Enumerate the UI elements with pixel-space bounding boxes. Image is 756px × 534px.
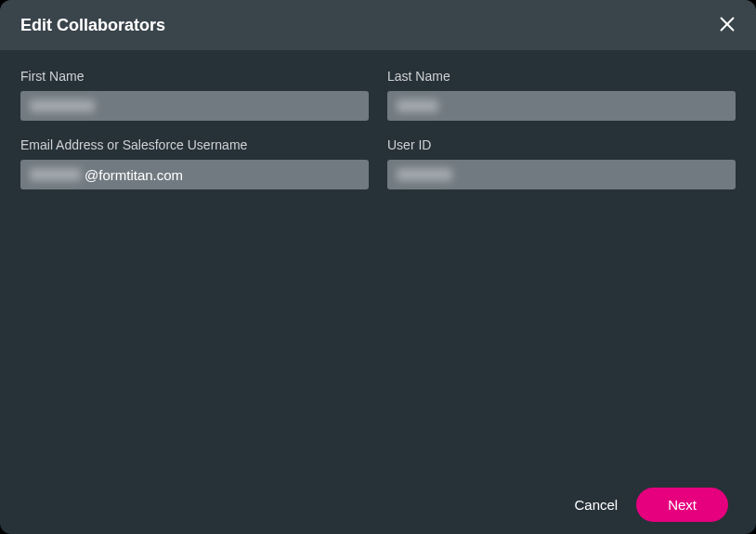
email-domain-suffix: @formtitan.com [85, 167, 183, 183]
user-id-group: User ID [387, 137, 736, 189]
modal-title: Edit Collaborators [20, 16, 165, 35]
modal-header: Edit Collaborators [0, 0, 756, 50]
form-row-2: Email Address or Salesforce Username @fo… [20, 137, 736, 189]
cancel-button[interactable]: Cancel [574, 497, 618, 513]
email-label: Email Address or Salesforce Username [20, 137, 369, 152]
last-name-field[interactable] [387, 91, 736, 121]
user-id-field[interactable] [387, 160, 736, 189]
form-row-1: First Name Last Name [20, 69, 736, 121]
user-id-label: User ID [387, 137, 736, 152]
edit-collaborators-modal: Edit Collaborators First Name Last Name [0, 0, 756, 534]
email-group: Email Address or Salesforce Username @fo… [20, 137, 369, 189]
last-name-label: Last Name [387, 69, 736, 84]
first-name-field[interactable] [20, 91, 369, 121]
close-icon[interactable] [717, 14, 737, 34]
next-button[interactable]: Next [636, 488, 728, 522]
modal-body: First Name Last Name Email Address or Sa… [0, 50, 756, 475]
email-field[interactable]: @formtitan.com [20, 160, 369, 189]
first-name-label: First Name [20, 69, 369, 84]
last-name-group: Last Name [387, 69, 736, 121]
modal-footer: Cancel Next [0, 475, 756, 534]
first-name-group: First Name [20, 69, 369, 121]
